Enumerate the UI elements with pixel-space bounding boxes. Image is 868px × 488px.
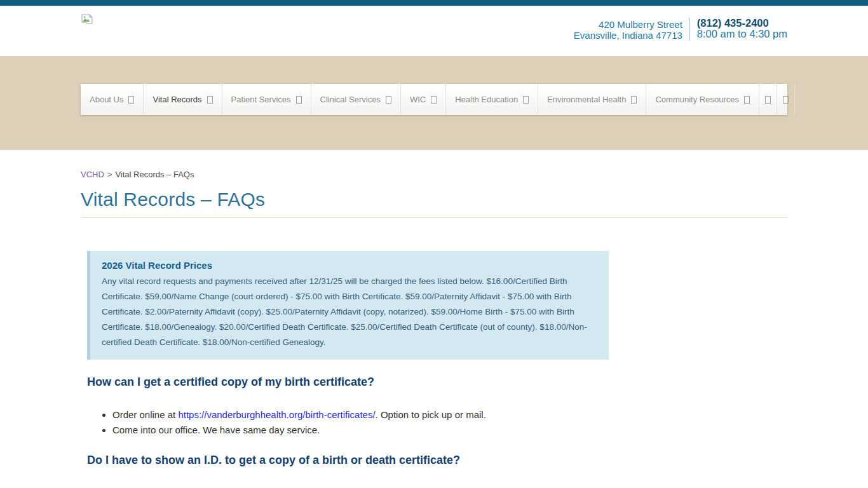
breadcrumb-home-link[interactable]: VCHD — [81, 170, 104, 179]
caret-placeholder-icon — [431, 96, 437, 104]
caret-placeholder-icon — [207, 96, 213, 104]
nav-item-environmental-health[interactable]: Environmental Health — [538, 84, 646, 115]
main-content: VCHD>Vital Records – FAQs Vital Records … — [81, 170, 787, 488]
nav-item-community-resources[interactable]: Community Resources — [646, 84, 759, 115]
bullet-1-suffix: . Option to pick up or mail. — [376, 409, 486, 420]
caret-placeholder-icon — [128, 96, 134, 104]
hero-banner: About Us Vital Records Patient Services … — [0, 56, 868, 150]
missing-glyph-icon — [783, 96, 789, 104]
header-contact-block: 420 Mulberry Street Evansville, Indiana … — [574, 18, 787, 41]
header-address: 420 Mulberry Street Evansville, Indiana … — [574, 18, 682, 41]
breadcrumb: VCHD>Vital Records – FAQs — [81, 170, 787, 179]
nav-item-label: Health Education — [455, 95, 518, 104]
price-notice-box: 2026 Vital Record Prices Any vital recor… — [87, 251, 609, 360]
caret-placeholder-icon — [296, 96, 302, 104]
header-hours: 8:00 am to 4:30 pm — [697, 29, 787, 39]
address-line-1: 420 Mulberry Street — [574, 19, 682, 30]
nav-item-label: Community Resources — [655, 95, 739, 104]
caret-placeholder-icon — [631, 96, 637, 104]
main-navigation: About Us Vital Records Patient Services … — [81, 84, 787, 115]
faq-question-1: How can I get a certified copy of my bir… — [87, 376, 787, 389]
missing-glyph-icon — [765, 96, 771, 104]
nav-icon-placeholder-2[interactable] — [777, 84, 795, 115]
header-phone: (812) 435-2400 — [697, 18, 787, 29]
nav-item-clinical-services[interactable]: Clinical Services — [311, 84, 401, 115]
nav-item-label: Clinical Services — [320, 95, 381, 104]
title-divider — [81, 217, 787, 218]
caret-placeholder-icon — [386, 96, 391, 104]
faq-question-2: Do I have to show an I.D. to get a copy … — [87, 454, 787, 467]
faq-question-1-prefix: How — [87, 376, 114, 388]
nav-item-label: Patient Services — [231, 95, 291, 104]
nav-item-label: WIC — [410, 95, 426, 104]
contact-divider — [689, 18, 690, 41]
nav-item-vital-records[interactable]: Vital Records — [144, 84, 222, 115]
list-item: Order online at https://vanderburghhealt… — [112, 407, 787, 423]
faq-1-answer-list: Order online at https://vanderburghhealt… — [101, 407, 787, 438]
list-item: Come into our office. We have same day s… — [112, 423, 787, 438]
nav-item-wic[interactable]: WIC — [401, 84, 446, 115]
price-notice-body: Any vital record requests and payments r… — [102, 274, 597, 350]
faq-question-1-emphasis: can I get a certified copy of my birth c… — [114, 376, 374, 388]
breadcrumb-separator: > — [107, 170, 112, 179]
bullet-1-prefix: Order online at — [112, 409, 178, 420]
nav-item-label: About Us — [90, 95, 123, 104]
caret-placeholder-icon — [744, 96, 750, 104]
faq-question-2-text: Do I have to show an I.D. to get a copy … — [87, 454, 460, 466]
nav-item-health-education[interactable]: Health Education — [446, 84, 538, 115]
top-accent-bar — [0, 0, 868, 6]
breadcrumb-current: Vital Records – FAQs — [115, 170, 194, 179]
nav-icon-placeholder-1[interactable] — [759, 84, 777, 115]
caret-placeholder-icon — [523, 96, 529, 104]
nav-item-patient-services[interactable]: Patient Services — [222, 84, 311, 115]
price-notice-title: 2026 Vital Record Prices — [102, 260, 597, 271]
broken-image-icon — [81, 14, 93, 28]
birth-certificates-link[interactable]: https://vanderburghhealth.org/birth-cert… — [178, 409, 375, 420]
nav-item-about-us[interactable]: About Us — [81, 84, 144, 115]
nav-item-label: Environmental Health — [547, 95, 626, 104]
nav-item-label: Vital Records — [153, 95, 201, 104]
page-title: Vital Records – FAQs — [81, 189, 787, 210]
address-line-2: Evansville, Indiana 47713 — [574, 30, 682, 41]
site-logo-broken-image-icon[interactable] — [81, 14, 93, 28]
site-header: 420 Mulberry Street Evansville, Indiana … — [0, 6, 868, 56]
